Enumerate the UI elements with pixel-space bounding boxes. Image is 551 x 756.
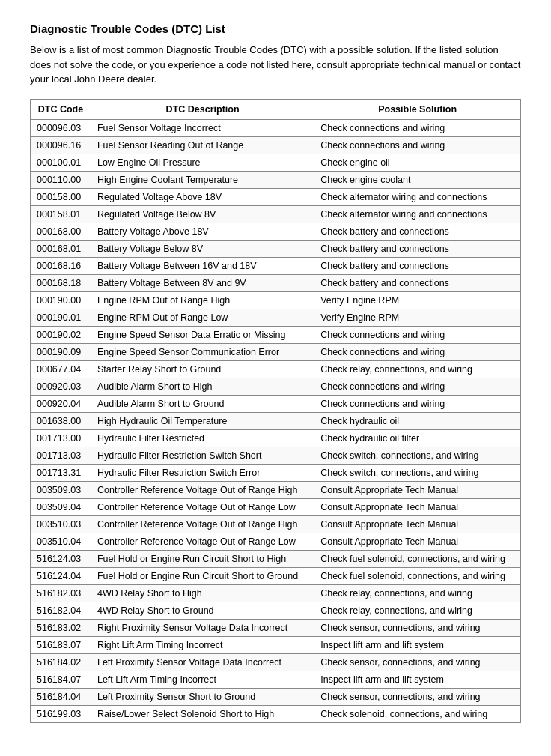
dtc-solution-cell: Verify Engine RPM bbox=[314, 309, 521, 326]
dtc-solution-cell: Check switch, connections, and wiring bbox=[314, 464, 521, 481]
dtc-description-cell: Controller Reference Voltage Out of Rang… bbox=[91, 533, 314, 550]
dtc-code-cell: 000168.16 bbox=[31, 257, 91, 274]
table-row: 000158.00Regulated Voltage Above 18VChec… bbox=[31, 188, 521, 205]
table-row: 001713.31Hydraulic Filter Restriction Sw… bbox=[31, 464, 521, 481]
dtc-solution-cell: Check hydraulic oil filter bbox=[314, 429, 521, 447]
col-header-solution: Possible Solution bbox=[314, 99, 521, 119]
dtc-solution-cell: Check connections and wiring bbox=[314, 343, 521, 360]
col-header-description: DTC Description bbox=[91, 99, 314, 119]
dtc-solution-cell: Check sensor, connections, and wiring bbox=[314, 688, 521, 705]
dtc-solution-cell: Check relay, connections, and wiring bbox=[314, 584, 521, 602]
table-row: 000096.16Fuel Sensor Reading Out of Rang… bbox=[31, 136, 521, 154]
dtc-code-cell: 003510.03 bbox=[31, 515, 91, 533]
table-row: 516183.07Right Lift Arm Timing Incorrect… bbox=[31, 636, 521, 653]
table-row: 516183.02Right Proximity Sensor Voltage … bbox=[31, 619, 521, 636]
dtc-code-cell: 001713.31 bbox=[31, 464, 91, 481]
dtc-solution-cell: Check alternator wiring and connections bbox=[314, 205, 521, 223]
table-row: 000100.01Low Engine Oil PressureCheck en… bbox=[31, 154, 521, 171]
dtc-description-cell: Right Lift Arm Timing Incorrect bbox=[91, 636, 314, 653]
dtc-description-cell: Audible Alarm Short to High bbox=[91, 378, 314, 395]
dtc-code-cell: 000190.02 bbox=[31, 326, 91, 343]
dtc-description-cell: Low Engine Oil Pressure bbox=[91, 154, 314, 171]
dtc-code-cell: 003509.03 bbox=[31, 481, 91, 498]
dtc-solution-cell: Consult Appropriate Tech Manual bbox=[314, 533, 521, 550]
dtc-solution-cell: Check relay, connections, and wiring bbox=[314, 602, 521, 619]
table-row: 000190.01Engine RPM Out of Range LowVeri… bbox=[31, 309, 521, 326]
dtc-solution-cell: Check connections and wiring bbox=[314, 119, 521, 136]
dtc-solution-cell: Check hydraulic oil bbox=[314, 412, 521, 429]
dtc-solution-cell: Check fuel solenoid, connections, and wi… bbox=[314, 567, 521, 584]
dtc-code-cell: 000190.01 bbox=[31, 309, 91, 326]
dtc-description-cell: Controller Reference Voltage Out of Rang… bbox=[91, 515, 314, 533]
dtc-code-cell: 000168.01 bbox=[31, 240, 91, 257]
dtc-description-cell: Right Proximity Sensor Voltage Data Inco… bbox=[91, 619, 314, 636]
table-row: 516124.04Fuel Hold or Engine Run Circuit… bbox=[31, 567, 521, 584]
dtc-description-cell: Engine RPM Out of Range Low bbox=[91, 309, 314, 326]
dtc-description-cell: Raise/Lower Select Solenoid Short to Hig… bbox=[91, 705, 314, 722]
dtc-description-cell: Audible Alarm Short to Ground bbox=[91, 395, 314, 412]
dtc-code-cell: 516183.02 bbox=[31, 619, 91, 636]
table-row: 516184.07Left Lift Arm Timing IncorrectI… bbox=[31, 671, 521, 688]
dtc-code-cell: 003509.04 bbox=[31, 498, 91, 515]
table-row: 516182.044WD Relay Short to GroundCheck … bbox=[31, 602, 521, 619]
table-row: 000168.16Battery Voltage Between 16V and… bbox=[31, 257, 521, 274]
table-row: 516184.04Left Proximity Sensor Short to … bbox=[31, 688, 521, 705]
dtc-description-cell: 4WD Relay Short to Ground bbox=[91, 602, 314, 619]
table-row: 000920.04Audible Alarm Short to GroundCh… bbox=[31, 395, 521, 412]
dtc-solution-cell: Check battery and connections bbox=[314, 240, 521, 257]
dtc-code-cell: 000096.03 bbox=[31, 119, 91, 136]
dtc-description-cell: Engine RPM Out of Range High bbox=[91, 291, 314, 309]
table-row: 000920.03Audible Alarm Short to HighChec… bbox=[31, 378, 521, 395]
dtc-description-cell: Regulated Voltage Above 18V bbox=[91, 188, 314, 205]
dtc-solution-cell: Check connections and wiring bbox=[314, 326, 521, 343]
dtc-description-cell: Fuel Sensor Reading Out of Range bbox=[91, 136, 314, 154]
table-row: 000168.01Battery Voltage Below 8VCheck b… bbox=[31, 240, 521, 257]
table-row: 000168.00Battery Voltage Above 18VCheck … bbox=[31, 223, 521, 240]
table-row: 001713.03Hydraulic Filter Restriction Sw… bbox=[31, 447, 521, 464]
dtc-description-cell: Left Lift Arm Timing Incorrect bbox=[91, 671, 314, 688]
dtc-code-cell: 516182.03 bbox=[31, 584, 91, 602]
dtc-solution-cell: Check engine oil bbox=[314, 154, 521, 171]
dtc-description-cell: Battery Voltage Above 18V bbox=[91, 223, 314, 240]
dtc-code-cell: 000100.01 bbox=[31, 154, 91, 171]
dtc-description-cell: Left Proximity Sensor Voltage Data Incor… bbox=[91, 653, 314, 671]
table-row: 003509.03Controller Reference Voltage Ou… bbox=[31, 481, 521, 498]
dtc-table: DTC Code DTC Description Possible Soluti… bbox=[30, 99, 521, 723]
table-row: 000190.09Engine Speed Sensor Communicati… bbox=[31, 343, 521, 360]
dtc-description-cell: Engine Speed Sensor Communication Error bbox=[91, 343, 314, 360]
dtc-solution-cell: Consult Appropriate Tech Manual bbox=[314, 481, 521, 498]
dtc-solution-cell: Check alternator wiring and connections bbox=[314, 188, 521, 205]
dtc-description-cell: Fuel Hold or Engine Run Circuit Short to… bbox=[91, 550, 314, 567]
table-row: 000190.00Engine RPM Out of Range HighVer… bbox=[31, 291, 521, 309]
table-row: 516124.03Fuel Hold or Engine Run Circuit… bbox=[31, 550, 521, 567]
dtc-code-cell: 516199.03 bbox=[31, 705, 91, 722]
dtc-description-cell: Fuel Hold or Engine Run Circuit Short to… bbox=[91, 567, 314, 584]
dtc-code-cell: 003510.04 bbox=[31, 533, 91, 550]
dtc-solution-cell: Check connections and wiring bbox=[314, 395, 521, 412]
dtc-solution-cell: Check relay, connections, and wiring bbox=[314, 360, 521, 378]
dtc-code-cell: 516184.07 bbox=[31, 671, 91, 688]
dtc-solution-cell: Check fuel solenoid, connections, and wi… bbox=[314, 550, 521, 567]
dtc-solution-cell: Check battery and connections bbox=[314, 257, 521, 274]
dtc-description-cell: Hydraulic Filter Restriction Switch Shor… bbox=[91, 447, 314, 464]
dtc-code-cell: 000096.16 bbox=[31, 136, 91, 154]
dtc-description-cell: Engine Speed Sensor Data Erratic or Miss… bbox=[91, 326, 314, 343]
dtc-solution-cell: Check sensor, connections, and wiring bbox=[314, 653, 521, 671]
table-row: 001713.00Hydraulic Filter RestrictedChec… bbox=[31, 429, 521, 447]
table-row: 000677.04Starter Relay Short to GroundCh… bbox=[31, 360, 521, 378]
intro-text: Below is a list of most common Diagnosti… bbox=[30, 43, 521, 87]
table-row: 000096.03Fuel Sensor Voltage IncorrectCh… bbox=[31, 119, 521, 136]
page-title: Diagnostic Trouble Codes (DTC) List bbox=[30, 22, 521, 35]
dtc-description-cell: Controller Reference Voltage Out of Rang… bbox=[91, 481, 314, 498]
dtc-description-cell: Left Proximity Sensor Short to Ground bbox=[91, 688, 314, 705]
dtc-solution-cell: Check battery and connections bbox=[314, 274, 521, 291]
dtc-solution-cell: Check switch, connections, and wiring bbox=[314, 447, 521, 464]
table-row: 001638.00High Hydraulic Oil TemperatureC… bbox=[31, 412, 521, 429]
table-row: 516182.034WD Relay Short to HighCheck re… bbox=[31, 584, 521, 602]
dtc-code-cell: 000168.18 bbox=[31, 274, 91, 291]
dtc-description-cell: Fuel Sensor Voltage Incorrect bbox=[91, 119, 314, 136]
dtc-code-cell: 000677.04 bbox=[31, 360, 91, 378]
dtc-solution-cell: Check battery and connections bbox=[314, 223, 521, 240]
dtc-code-cell: 001713.03 bbox=[31, 447, 91, 464]
dtc-description-cell: Hydraulic Filter Restricted bbox=[91, 429, 314, 447]
